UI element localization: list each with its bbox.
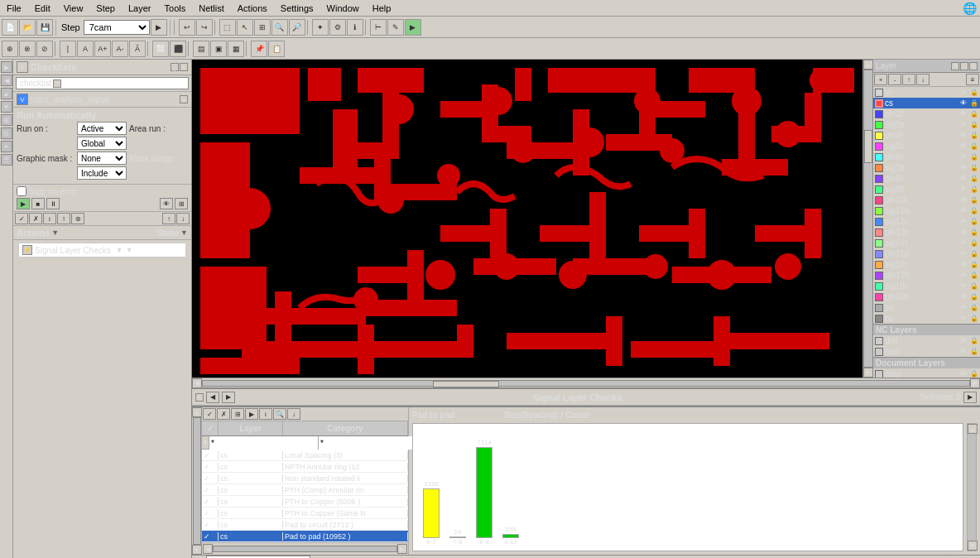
layer-row-sig16t[interactable]: sig16t 👁 🔒 (873, 259, 980, 270)
layer-lock-drill[interactable]: 🔒 (970, 337, 978, 345)
layer-row-sig18t[interactable]: sig18t 👁 🔒 (873, 281, 980, 291)
zoom-in-btn[interactable]: 🔍 (271, 19, 288, 36)
menu-edit[interactable]: Edit (28, 2, 57, 15)
panel-close[interactable]: × (180, 63, 188, 71)
stop-on-error-cb[interactable] (17, 186, 26, 196)
tt1[interactable]: ✓ (203, 408, 216, 420)
left-icon-2[interactable]: ◀ (1, 75, 12, 86)
layer-lock-sig9b[interactable]: 🔒 (970, 185, 978, 194)
layer-row-cs[interactable]: cs 👁 🔒 (873, 98, 980, 108)
menu-step[interactable]: Step (89, 2, 122, 15)
check-row-2[interactable]: ✓ cs Non standard rotated li (202, 473, 408, 484)
step-go[interactable]: ▶ (151, 19, 167, 36)
zoom-out-btn[interactable]: 🔎 (289, 19, 305, 36)
layer-lock-sig14t[interactable]: 🔒 (970, 239, 978, 248)
layer-tb2[interactable]: - (888, 74, 901, 85)
layer-panel-btn2[interactable]: _ (960, 62, 968, 70)
layer-eye-pln15b[interactable]: 👁 (960, 250, 968, 258)
layer-eye-sig14t[interactable]: 👁 (960, 239, 968, 248)
layer-row-pln6t[interactable]: pln6t 👁 🔒 (873, 152, 980, 162)
layer-row-drill[interactable]: drill 👁 🔒 (873, 335, 980, 346)
layer-eye-pln6t[interactable]: 👁 (960, 153, 968, 161)
layer-panel-btn3[interactable]: × (969, 62, 978, 70)
layer-eye-rout[interactable]: 👁 (960, 348, 968, 356)
layer-lock-pln2t[interactable]: 🔒 (970, 110, 978, 118)
layer-row-pln17b[interactable]: pln17b 👁 🔒 (873, 270, 980, 281)
layer-lock-rout[interactable]: 🔒 (970, 348, 978, 356)
layer-lock-pln10t[interactable]: 🔒 (970, 196, 978, 204)
tt7[interactable]: ↓ (287, 408, 300, 420)
menu-layer[interactable]: Layer (122, 2, 158, 15)
check-row-1[interactable]: ✓ cs NPTH Annular ring (12 (202, 461, 408, 473)
tab-close[interactable]: × (53, 79, 61, 88)
left-icon-6[interactable]: ⊟ (1, 127, 12, 139)
layer-lock-sig16t[interactable]: 🔒 (970, 261, 978, 269)
layer-panel-btn1[interactable]: ≡ (951, 62, 959, 70)
st-btn5[interactable]: ⊛ (71, 213, 84, 224)
tt3[interactable]: ⊞ (231, 408, 244, 420)
layer-row-pln2t[interactable]: pln2t 👁 🔒 (873, 108, 980, 119)
check-row-0[interactable]: ✓ cs Local Spacing (3) (202, 450, 408, 461)
pause-btn[interactable]: ⏸ (46, 198, 60, 209)
layer-row-sig7b[interactable]: sig7b 👁 🔒 (873, 162, 980, 173)
tool1[interactable]: ⊕ (2, 41, 18, 57)
canvas-hscroll[interactable]: ◀ ▶ (192, 378, 980, 387)
layer-lock-pln17b[interactable]: 🔒 (970, 272, 978, 280)
cursor-btn[interactable]: ↖ (237, 19, 253, 36)
layer-lock-to[interactable]: 🔒 (970, 89, 978, 97)
layer-eye-cs[interactable]: 👁 (960, 99, 968, 108)
filter-layer[interactable] (209, 436, 319, 450)
run-check-btn[interactable]: ▶ (17, 198, 30, 209)
layer-row-sig5b[interactable]: sig5b 👁 🔒 (873, 141, 980, 152)
layer-row-pln8t[interactable]: pln8t 👁 🔒 (873, 173, 980, 184)
layer-eye-sig5b[interactable]: 👁 (960, 142, 968, 151)
menu-settings[interactable]: Settings (274, 2, 320, 15)
menu-tools[interactable]: Tools (158, 2, 193, 15)
bl-scroll-down[interactable]: ▼ (192, 545, 202, 555)
layer-eye-pln2t[interactable]: 👁 (960, 110, 968, 118)
layer-eye-sig3b[interactable]: 👁 (960, 121, 968, 129)
select-btn[interactable]: ⬚ (219, 19, 236, 36)
layer-eye-pln8t[interactable]: 👁 (960, 175, 968, 183)
filter-btn[interactable]: ⚙ (329, 19, 346, 36)
st-btn6[interactable]: ↑ (162, 213, 175, 224)
layer-row-sig11b[interactable]: sig11b 👁 🔒 (873, 205, 980, 216)
st-btn2[interactable]: ✗ (29, 213, 42, 224)
layer-lock-pln8t[interactable]: 🔒 (970, 175, 978, 183)
check-row-5[interactable]: ✓ cs PTH to Copper (Same N (202, 507, 408, 519)
tool12[interactable]: ▣ (210, 41, 227, 57)
run-on-select[interactable]: Active (77, 122, 127, 135)
layer-eye-sig16t[interactable]: 👁 (960, 261, 968, 269)
left-icon-8[interactable]: ☰ (1, 154, 12, 166)
tool6[interactable]: A+ (94, 41, 111, 57)
tool7[interactable]: A- (112, 41, 128, 57)
tool13[interactable]: ▦ (228, 41, 244, 57)
bottom-tb1[interactable]: ◀ (206, 392, 219, 403)
tool9[interactable]: ⬜ (152, 41, 169, 57)
scroll-thumb-v[interactable] (864, 130, 872, 163)
layer-lock-bo[interactable]: 🔒 (970, 315, 978, 323)
tool11[interactable]: ▤ (193, 41, 209, 57)
layer-eye-map[interactable]: 👁 (960, 370, 968, 378)
layer-row-pln13b[interactable]: pln13b 👁 🔒 (873, 227, 980, 238)
layer-row-ss[interactable]: ss 👁 🔒 (873, 302, 980, 313)
layer-row-to[interactable]: to 👁 🔒 (873, 87, 980, 98)
bottom-close[interactable]: × (195, 393, 204, 402)
info-btn[interactable]: ℹ (347, 19, 363, 36)
tool10[interactable]: ⬛ (170, 41, 186, 57)
layer-eye-sig18t[interactable]: 👁 (960, 282, 968, 291)
st-btn7[interactable]: ↓ (176, 213, 190, 224)
menu-window[interactable]: Window (320, 2, 366, 15)
st-btn1[interactable]: ✓ (15, 213, 28, 224)
layer-lock-sig5b[interactable]: 🔒 (970, 142, 978, 151)
area-run-select[interactable]: Global (77, 137, 127, 150)
graphic-mask-select[interactable]: None (77, 152, 127, 165)
layer-row-sig3b[interactable]: sig3b 👁 🔒 (873, 119, 980, 130)
layer-eye-pln17b[interactable]: 👁 (960, 272, 968, 280)
layer-eye-pln13b[interactable]: 👁 (960, 228, 968, 237)
layer-row-bo[interactable]: bo 👁 🔒 (873, 313, 980, 324)
menu-view[interactable]: View (57, 2, 90, 15)
tool4[interactable]: | (60, 41, 76, 57)
layer-lock-pln19b[interactable]: 🔒 (970, 293, 978, 301)
st-btn4[interactable]: ! (57, 213, 70, 224)
